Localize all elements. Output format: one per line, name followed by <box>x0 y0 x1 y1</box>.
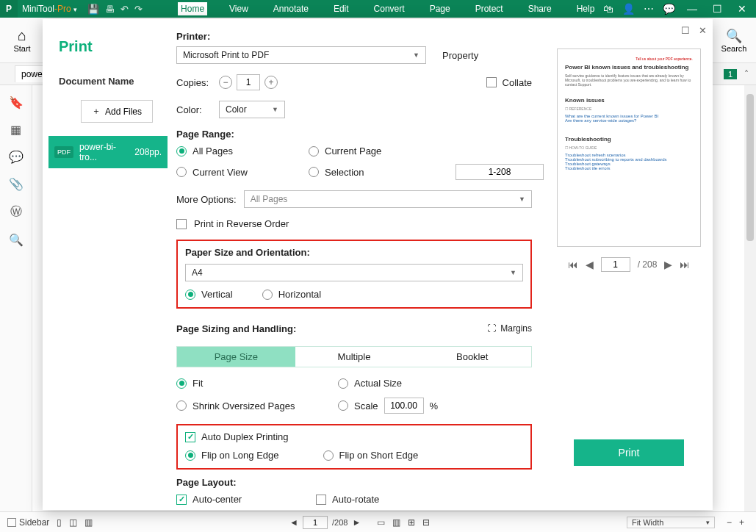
copies-stepper: − + <box>219 74 278 90</box>
scrollbar[interactable] <box>744 85 756 511</box>
preview-last-icon[interactable]: ⏭ <box>680 259 690 270</box>
auto-duplex-checkbox[interactable] <box>185 432 195 442</box>
undo-icon[interactable]: ↶ <box>120 4 129 15</box>
minimize-button[interactable]: — <box>684 3 700 15</box>
page-layout-label: Page Layout: <box>176 477 532 488</box>
copies-label: Copies: <box>176 77 212 88</box>
zoom-out-button[interactable]: − <box>727 517 732 528</box>
search-button[interactable]: 🔍 Search <box>712 28 756 53</box>
seg-booklet[interactable]: Booklet <box>413 347 531 367</box>
tab-count-badge[interactable]: 1 <box>724 69 737 79</box>
duplex-section: Auto Duplex Printing Flip on Long Edge F… <box>176 424 532 470</box>
printer-select[interactable]: Microsoft Print to PDF▼ <box>176 46 426 64</box>
attachments-icon[interactable]: 📎 <box>9 177 24 191</box>
scale-input[interactable] <box>384 398 424 414</box>
margins-icon: ⛶ <box>487 323 496 334</box>
radio-all-pages[interactable] <box>176 146 187 157</box>
paper-size-select[interactable]: A4▼ <box>185 264 523 281</box>
cart-icon[interactable]: 🛍 <box>603 3 613 15</box>
find-icon[interactable]: 🔍 <box>9 233 24 247</box>
auto-rotate-checkbox[interactable] <box>316 495 326 505</box>
radio-selection[interactable] <box>309 167 319 177</box>
preview-first-icon[interactable]: ⏮ <box>568 259 578 270</box>
collapse-ribbon-icon[interactable]: ˄ <box>744 69 749 79</box>
reverse-order-checkbox[interactable] <box>176 219 187 229</box>
maximize-button[interactable]: ☐ <box>709 3 725 15</box>
radio-flip-short[interactable] <box>323 450 334 461</box>
menu-help[interactable]: Help <box>574 2 598 15</box>
chat-icon[interactable]: 💬 <box>663 3 675 15</box>
dialog-maximize-button[interactable]: ☐ <box>681 25 690 36</box>
preview-prev-icon[interactable]: ◀ <box>586 259 594 270</box>
sizing-segment: Page Size Multiple Booklet <box>176 346 532 367</box>
dialog-form: Printer: Microsoft Print to PDF▼ Propert… <box>168 19 550 510</box>
printer-label: Printer: <box>176 31 532 42</box>
radio-current-page[interactable] <box>309 146 319 157</box>
radio-vertical[interactable] <box>185 290 195 300</box>
view-mode-icon-4[interactable]: ⊟ <box>422 517 430 528</box>
menu-share[interactable]: Share <box>525 2 555 15</box>
account-icon[interactable]: 👤 <box>622 3 635 15</box>
view-mode-icon-3[interactable]: ⊞ <box>408 517 415 528</box>
pdf-icon: PDF <box>54 146 73 158</box>
color-select[interactable]: Color▼ <box>219 101 285 118</box>
radio-flip-long[interactable] <box>185 450 195 461</box>
print-button[interactable]: Print <box>574 439 684 466</box>
auto-center-checkbox[interactable] <box>176 495 187 505</box>
radio-fit[interactable] <box>176 378 187 389</box>
margins-button[interactable]: ⛶Margins <box>487 323 532 334</box>
save-icon[interactable]: 💾 <box>87 4 99 15</box>
radio-current-view[interactable] <box>176 167 187 177</box>
selection-range-input[interactable] <box>456 164 544 180</box>
copies-input[interactable] <box>237 74 260 90</box>
preview-page-input[interactable] <box>601 257 630 272</box>
radio-scale[interactable] <box>338 400 348 411</box>
start-button[interactable]: ⌂ Start <box>0 27 44 53</box>
menu-annotate[interactable]: Annotate <box>270 2 312 15</box>
layout-icon-3[interactable]: ▥ <box>84 517 93 528</box>
copies-decrement[interactable]: − <box>219 76 232 89</box>
menu-edit[interactable]: Edit <box>331 2 352 15</box>
page-number-input[interactable] <box>303 516 328 529</box>
page-nav-next[interactable]: ► <box>352 517 361 528</box>
add-files-button[interactable]: ＋ Add Files <box>81 100 153 123</box>
menu-protect[interactable]: Protect <box>472 2 506 15</box>
fit-mode-select[interactable]: Fit Width▾ <box>627 517 715 528</box>
bookmark-icon[interactable]: 🔖 <box>9 96 24 109</box>
close-button[interactable]: ✕ <box>734 3 750 15</box>
radio-shrink[interactable] <box>176 400 187 411</box>
layout-icon-1[interactable]: ▯ <box>57 517 62 528</box>
property-link[interactable]: Property <box>442 50 478 61</box>
copies-increment[interactable]: + <box>264 76 278 89</box>
zoom-in-button[interactable]: + <box>739 517 744 528</box>
app-pro-suffix: -Pro <box>54 4 71 14</box>
preview-page-total: / 208 <box>638 259 658 270</box>
file-list-item[interactable]: PDF power-bi-tro... 208pp. <box>48 136 168 168</box>
seg-page-size[interactable]: Page Size <box>177 347 295 367</box>
notifications-icon[interactable]: ⋯ <box>644 3 654 15</box>
collate-checkbox[interactable] <box>486 77 497 87</box>
dialog-title: Print <box>59 38 162 55</box>
radio-horizontal[interactable] <box>262 290 273 300</box>
print-icon[interactable]: 🖶 <box>105 4 115 15</box>
view-mode-icon-1[interactable]: ▭ <box>377 517 385 528</box>
comments-icon[interactable]: 💬 <box>9 150 24 164</box>
radio-actual-size[interactable] <box>338 378 348 389</box>
view-mode-icon-2[interactable]: ▥ <box>392 517 400 528</box>
app-name: MiniTool-Pro ▾ <box>18 4 82 14</box>
more-options-select[interactable]: All Pages▼ <box>244 190 532 208</box>
sidebar-toggle[interactable]: Sidebar <box>7 517 49 528</box>
menu-view[interactable]: View <box>226 2 251 15</box>
seg-multiple[interactable]: Multiple <box>295 347 414 367</box>
redo-icon[interactable]: ↷ <box>134 4 143 15</box>
menu-page[interactable]: Page <box>427 2 453 15</box>
word-icon[interactable]: Ⓦ <box>10 204 22 220</box>
dialog-close-button[interactable]: ✕ <box>699 25 707 36</box>
page-nav-prev[interactable]: ◄ <box>289 517 298 528</box>
thumbnails-icon[interactable]: ▦ <box>10 123 21 137</box>
preview-next-icon[interactable]: ▶ <box>664 259 672 270</box>
menu-convert[interactable]: Convert <box>371 2 408 15</box>
layout-icon-2[interactable]: ◫ <box>69 517 77 528</box>
print-dialog: ☐ ✕ Print Document Name ＋ Add Files PDF … <box>43 19 713 510</box>
menu-home[interactable]: Home <box>178 2 207 15</box>
